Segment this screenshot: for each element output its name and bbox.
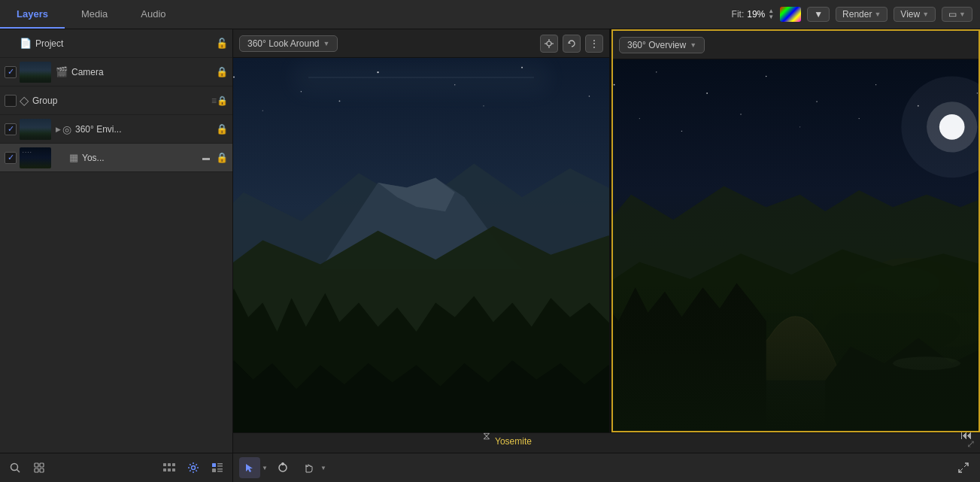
sidebar-footer	[0, 453, 232, 482]
layout-icon	[34, 462, 44, 473]
rotate-tool-button[interactable]	[272, 457, 293, 478]
svg-point-30	[521, 67, 523, 68]
color-picker-button[interactable]	[780, 7, 801, 22]
settings-icon	[187, 462, 199, 474]
render-dropdown[interactable]: Render ▼	[836, 7, 887, 22]
svg-rect-7	[168, 463, 171, 466]
viewport-left: 360° Look Around ▼	[233, 29, 609, 432]
svg-rect-18	[217, 471, 223, 472]
layer-row-project[interactable]: 📄 Project 🔓	[0, 29, 232, 58]
tab-audio[interactable]: Audio	[124, 0, 182, 29]
checkbox-camera[interactable]	[5, 66, 17, 78]
viewport-left-chevron-icon: ▼	[323, 40, 330, 47]
svg-point-49	[740, 114, 742, 115]
layers-icon	[211, 462, 224, 473]
svg-point-29	[454, 84, 456, 86]
layers-button[interactable]	[208, 459, 226, 477]
viewport-left-header: 360° Look Around ▼	[233, 29, 609, 58]
svg-point-32	[262, 111, 263, 111]
lock-icon-yosemite[interactable]: 🔒	[216, 152, 228, 163]
layer-row-group[interactable]: ◇ Group ≡🔒	[0, 86, 232, 115]
lock-icon-env360[interactable]: 🔒	[216, 123, 228, 135]
search-icon	[10, 462, 20, 473]
top-bar-controls: Fit: 19% ▲ ▼ ▼ Render ▼ View ▼ ▭ ▼	[732, 7, 980, 22]
layer-row-camera[interactable]: 🎬 Camera 🔒	[0, 58, 232, 86]
svg-point-40	[614, 84, 615, 86]
settings-button[interactable]	[184, 459, 202, 477]
chevron-env360-icon: ▶	[56, 126, 61, 133]
fit-label: Fit:	[732, 9, 745, 20]
grid-icon	[162, 462, 176, 473]
render-label: Render	[842, 9, 872, 20]
search-button[interactable]	[6, 459, 24, 477]
svg-point-12	[192, 466, 196, 470]
layer-name-group: Group	[32, 95, 208, 106]
hand-tool-icon	[302, 462, 314, 474]
tab-media[interactable]: Media	[65, 0, 124, 29]
thumb-env360	[20, 119, 51, 140]
lock-icon-camera[interactable]: 🔒	[216, 66, 228, 77]
checkbox-yosemite[interactable]	[5, 152, 17, 164]
env360-icon: ◎	[62, 123, 71, 135]
svg-point-58	[893, 356, 960, 370]
grid-button[interactable]	[160, 459, 178, 477]
svg-rect-6	[163, 463, 166, 466]
arrow-tool-chevron-icon: ▼	[262, 465, 268, 471]
resize-icon	[958, 462, 969, 473]
rotate-tool-group	[272, 457, 293, 478]
layout-toggle-button[interactable]	[30, 459, 48, 477]
svg-rect-11	[172, 468, 175, 471]
scene-right-svg	[613, 59, 978, 431]
arrow-tool-icon	[244, 462, 255, 473]
viewport-right-label: 360° Overview	[627, 40, 686, 50]
svg-point-46	[918, 105, 919, 107]
viewport-area: 360° Look Around ▼	[233, 29, 980, 482]
svg-point-31	[589, 95, 590, 97]
checkbox-group[interactable]	[5, 95, 17, 107]
more-options-button[interactable]: ⋮	[585, 35, 603, 53]
lock-icon-group[interactable]: ≡🔒	[211, 95, 228, 106]
crosshair-icon	[544, 38, 554, 49]
timeline-label: Yosemite	[489, 435, 538, 448]
arrow-tool-dropdown[interactable]: ▼	[262, 465, 268, 471]
main-layout: 📄 Project 🔓 🎬 Camera 🔒 ◇ Group ≡🔒 ▶ ◎ 36…	[0, 29, 980, 482]
svg-point-19	[547, 41, 551, 46]
timeline-resize-icon[interactable]: ⤢	[966, 438, 975, 450]
layer-row-env360[interactable]: ▶ ◎ 360° Envi... 🔒	[0, 115, 232, 144]
svg-rect-3	[40, 463, 44, 467]
crosshair-button[interactable]	[540, 35, 558, 53]
scene-right[interactable]	[613, 59, 978, 431]
yosemite-extra-icon: ▬	[202, 153, 210, 162]
fit-spinner[interactable]: ▲ ▼	[768, 8, 774, 20]
svg-rect-8	[172, 463, 175, 466]
layer-name-project: Project	[35, 38, 213, 49]
svg-point-51	[859, 118, 860, 119]
svg-point-56	[825, 305, 960, 355]
arrow-tool-button[interactable]	[239, 457, 260, 478]
thumb-camera	[20, 62, 51, 83]
layout-chevron-icon: ▼	[959, 11, 966, 18]
view-dropdown[interactable]: View ▼	[894, 7, 936, 22]
viewport-right-dropdown[interactable]: 360° Overview ▼	[619, 37, 705, 53]
hand-tool-button[interactable]	[298, 457, 319, 478]
svg-point-26	[233, 77, 235, 78]
rotate-reset-button[interactable]	[563, 35, 581, 53]
checkbox-env360[interactable]	[5, 123, 17, 135]
toolbar-row: ▼	[233, 453, 980, 482]
color-dropdown[interactable]: ▼	[807, 7, 830, 22]
layout-dropdown[interactable]: ▭ ▼	[942, 7, 972, 22]
svg-rect-13	[212, 463, 216, 467]
hand-tool-dropdown[interactable]: ▼	[320, 465, 326, 471]
yosemite-icon: ▦	[69, 152, 78, 163]
layer-row-yosemite[interactable]: ▦ Yos... ▬ 🔒	[0, 144, 232, 172]
viewport-left-dropdown[interactable]: 360° Look Around ▼	[239, 35, 338, 52]
viewport-right-header: 360° Overview ▼	[613, 31, 978, 59]
svg-marker-59	[246, 464, 253, 472]
resize-view-button[interactable]	[953, 457, 974, 478]
layout-icon: ▭	[948, 9, 957, 20]
viewport-left-canvas[interactable]	[233, 58, 609, 432]
lock-icon-project[interactable]: 🔓	[216, 38, 228, 49]
tab-layers[interactable]: Layers	[0, 0, 65, 29]
scene-left-svg	[233, 58, 609, 432]
svg-point-41	[656, 71, 657, 72]
